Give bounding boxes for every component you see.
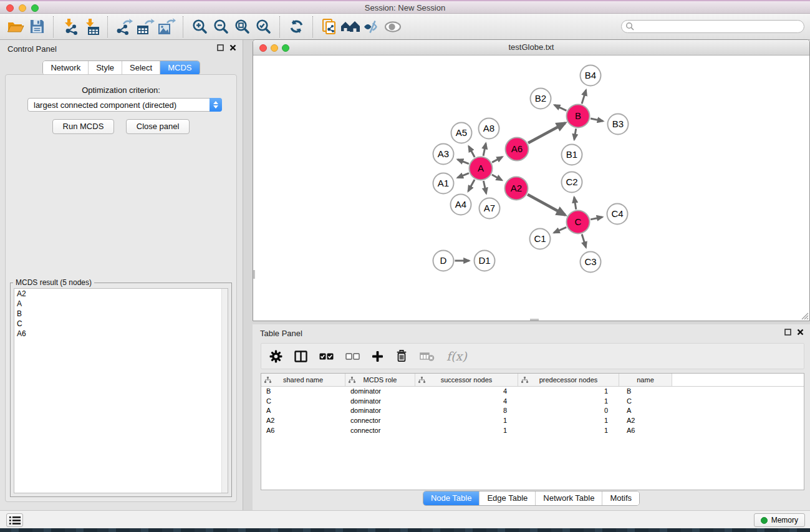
duplicate-network-button[interactable] bbox=[319, 16, 340, 38]
delete-row-button[interactable] bbox=[395, 349, 408, 363]
result-scrollbar[interactable] bbox=[221, 289, 228, 493]
import-network-button[interactable] bbox=[59, 16, 80, 38]
close-panel-icon[interactable] bbox=[229, 44, 236, 51]
graph-node-B3[interactable]: B3 bbox=[608, 114, 629, 135]
graph-edge-C-C1[interactable] bbox=[554, 227, 566, 233]
column-header-predecessor-nodes[interactable]: predecessor nodes bbox=[518, 374, 619, 386]
table-cell[interactable]: connector bbox=[345, 426, 415, 436]
table-cell[interactable]: B bbox=[261, 387, 345, 397]
mcds-result-item[interactable]: B bbox=[14, 309, 228, 319]
function-builder-button[interactable]: f(x) bbox=[446, 349, 467, 363]
table-cell[interactable]: C bbox=[619, 397, 672, 407]
graph-node-A5[interactable]: A5 bbox=[451, 123, 472, 143]
tab-node-table[interactable]: Node Table bbox=[423, 491, 480, 505]
graph-edge-A2-C[interactable] bbox=[528, 195, 565, 215]
mcds-result-list[interactable]: A2ABCA6 bbox=[14, 288, 228, 493]
hide-panels-button[interactable] bbox=[361, 16, 382, 38]
table-cell[interactable]: C bbox=[261, 397, 345, 407]
close-panel-button[interactable]: Close panel bbox=[126, 119, 190, 134]
refresh-button[interactable] bbox=[286, 16, 307, 38]
graph-node-B2[interactable]: B2 bbox=[531, 89, 551, 109]
export-image-button[interactable] bbox=[156, 16, 177, 38]
graph-edge-B-B3[interactable] bbox=[591, 118, 603, 121]
mcds-result-item[interactable]: A6 bbox=[14, 329, 228, 339]
graph-edge-A-A6[interactable] bbox=[492, 157, 503, 162]
horizontal-scroll-mark[interactable] bbox=[530, 319, 539, 321]
float-panel-icon[interactable] bbox=[217, 44, 224, 51]
tab-style[interactable]: Style bbox=[88, 61, 122, 75]
table-row[interactable]: A6connector11A6 bbox=[261, 426, 804, 436]
table-cell[interactable]: connector bbox=[345, 416, 415, 426]
table-cell[interactable]: dominator bbox=[345, 406, 415, 416]
add-row-button[interactable] bbox=[372, 351, 383, 362]
import-table-button[interactable] bbox=[80, 16, 102, 38]
graph-edge-C-C2[interactable] bbox=[574, 197, 576, 210]
network-overview-button[interactable] bbox=[340, 16, 361, 38]
column-header-shared-name[interactable]: shared name bbox=[261, 374, 345, 386]
table-cell[interactable]: 1 bbox=[518, 397, 619, 407]
table-cell[interactable]: A2 bbox=[261, 416, 345, 426]
graph-edge-C-C4[interactable] bbox=[591, 217, 602, 220]
graph-node-C4[interactable]: C4 bbox=[607, 204, 628, 225]
save-session-button[interactable] bbox=[26, 16, 47, 38]
network-window-titlebar[interactable]: testGlobe.txt bbox=[253, 40, 809, 56]
graph-node-C1[interactable]: C1 bbox=[530, 229, 551, 249]
graph-edge-A-A3[interactable] bbox=[458, 160, 469, 164]
tab-network-table[interactable]: Network Table bbox=[535, 491, 602, 505]
table-cell[interactable]: dominator bbox=[345, 387, 415, 397]
graph-node-A7[interactable]: A7 bbox=[480, 198, 500, 219]
table-cell[interactable]: 1 bbox=[518, 426, 619, 436]
resize-grip[interactable] bbox=[800, 311, 809, 320]
task-history-button[interactable] bbox=[6, 513, 23, 527]
graph-node-B1[interactable]: B1 bbox=[562, 145, 582, 165]
table-cell[interactable]: 8 bbox=[415, 406, 518, 416]
table-cell[interactable]: 4 bbox=[415, 397, 518, 407]
network-canvas[interactable]: B4B2BB3A8A5A6B1A3AC2A1A2A4A7C4CC1DD1C3 bbox=[253, 56, 809, 321]
zoom-out-button[interactable] bbox=[210, 16, 231, 38]
table-cell[interactable]: A bbox=[261, 406, 345, 416]
tab-network[interactable]: Network bbox=[43, 61, 88, 75]
graph-node-C2[interactable]: C2 bbox=[562, 172, 582, 193]
graph-node-D1[interactable]: D1 bbox=[475, 251, 495, 271]
table-cell[interactable]: A bbox=[619, 406, 672, 416]
table-cell[interactable]: A2 bbox=[619, 416, 672, 426]
table-row[interactable]: Cdominator41C bbox=[261, 397, 804, 407]
table-cell[interactable]: dominator bbox=[345, 397, 415, 407]
zoom-fit-button[interactable] bbox=[231, 16, 253, 38]
show-panel-button[interactable] bbox=[382, 16, 403, 38]
memory-button[interactable]: Memory bbox=[754, 513, 805, 527]
graph-node-A1[interactable]: A1 bbox=[433, 173, 454, 194]
graph-edge-A-A5[interactable] bbox=[469, 147, 475, 157]
graph-node-A2[interactable]: A2 bbox=[505, 177, 528, 200]
tab-motifs[interactable]: Motifs bbox=[602, 491, 639, 505]
tab-edge-table[interactable]: Edge Table bbox=[479, 491, 535, 505]
table-cell[interactable]: 1 bbox=[518, 416, 619, 426]
export-table-button[interactable] bbox=[135, 16, 156, 38]
graph-node-A6[interactable]: A6 bbox=[506, 138, 529, 161]
graph-edge-A-A1[interactable] bbox=[458, 173, 469, 178]
graph-node-C[interactable]: C bbox=[567, 211, 590, 234]
graph-edge-A-A4[interactable] bbox=[468, 180, 475, 191]
float-panel-icon[interactable] bbox=[784, 329, 791, 336]
graph-edge-A6-B[interactable] bbox=[528, 123, 565, 143]
table-row[interactable]: Adominator80A bbox=[261, 406, 804, 416]
table-row[interactable]: Bdominator41B bbox=[261, 387, 804, 397]
graph-node-A8[interactable]: A8 bbox=[479, 118, 499, 139]
close-panel-icon[interactable] bbox=[797, 329, 804, 336]
graph-node-C3[interactable]: C3 bbox=[581, 252, 601, 273]
graph-node-A4[interactable]: A4 bbox=[451, 195, 471, 215]
table-cell[interactable]: 1 bbox=[415, 426, 518, 436]
table-cell[interactable]: 0 bbox=[518, 406, 619, 416]
mcds-result-item[interactable]: A2 bbox=[14, 289, 228, 299]
table-cell[interactable]: 1 bbox=[518, 387, 619, 397]
graph-edge-A-A7[interactable] bbox=[483, 181, 486, 193]
search-input[interactable] bbox=[635, 21, 804, 32]
show-column-panel-button[interactable] bbox=[294, 351, 307, 362]
graph-edge-A-A8[interactable] bbox=[483, 143, 486, 156]
search-field[interactable] bbox=[621, 20, 804, 33]
table-cell[interactable]: A6 bbox=[261, 426, 345, 436]
graph-edge-C-C3[interactable] bbox=[582, 235, 586, 248]
graph-edge-B-B2[interactable] bbox=[554, 105, 566, 110]
open-session-button[interactable] bbox=[5, 16, 26, 38]
column-header-name[interactable]: name bbox=[619, 374, 672, 386]
